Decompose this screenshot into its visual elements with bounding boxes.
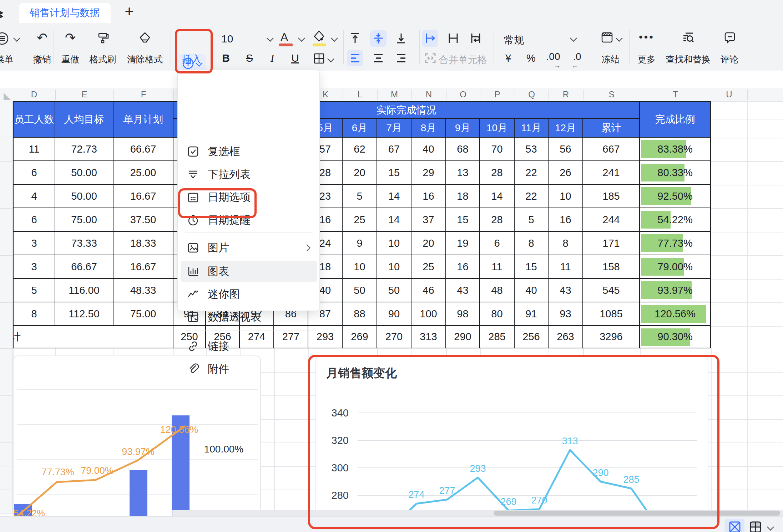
table-cell[interactable]: 171: [583, 232, 640, 255]
table-cell[interactable]: 18: [446, 185, 480, 208]
table-cell[interactable]: 11: [549, 255, 583, 279]
table-cell[interactable]: 72.73: [55, 138, 113, 161]
table-ratio-cell[interactable]: 83.38%: [640, 138, 711, 161]
table-cell[interactable]: 40: [411, 138, 446, 161]
table-cell[interactable]: 37: [411, 208, 446, 232]
table-ratio-cell[interactable]: 77.73%: [640, 232, 711, 255]
table-cell[interactable]: 10: [377, 232, 411, 255]
table-cell[interactable]: 19: [446, 232, 480, 255]
table-cell[interactable]: 6: [13, 208, 55, 232]
table-cell[interactable]: 50: [343, 279, 377, 302]
table-month-header[interactable]: 6月: [343, 119, 377, 138]
table-month-header[interactable]: 8月: [411, 119, 446, 138]
table-cell[interactable]: 26: [549, 161, 583, 185]
menu-item-date-picker[interactable]: 日期选项: [181, 186, 317, 208]
table-cell[interactable]: 18.33: [113, 232, 173, 255]
menu-item-dropdown-list[interactable]: 下拉列表: [181, 164, 317, 185]
table-cell[interactable]: 11: [13, 138, 55, 161]
table-cum-header[interactable]: 累计: [583, 119, 640, 138]
table-month-header[interactable]: 9月: [446, 119, 480, 138]
table-cell[interactable]: 100: [411, 302, 446, 326]
table-cell[interactable]: 22: [515, 185, 549, 208]
table-cell[interactable]: 66.67: [55, 255, 113, 279]
table-cell[interactable]: 20: [343, 161, 377, 185]
table-cell[interactable]: 48.33: [113, 279, 173, 302]
horizontal-scrollbar[interactable]: [172, 510, 783, 516]
combo-chart-card[interactable]: 77.73%79.00%93.97%120.56%54.22%100.00%: [13, 355, 261, 522]
table-cell[interactable]: 6: [480, 232, 515, 255]
table-cell[interactable]: 68: [446, 138, 480, 161]
table-cell[interactable]: 11: [480, 255, 515, 279]
table-cell[interactable]: 185: [583, 185, 640, 208]
table-cell[interactable]: 75.00: [113, 302, 173, 326]
table-cell[interactable]: 6: [13, 161, 55, 185]
table-header[interactable]: 人均目标: [55, 101, 113, 138]
table-cell[interactable]: 43: [549, 279, 583, 302]
table-cell[interactable]: 10: [343, 255, 377, 279]
table-cell[interactable]: 3: [13, 232, 55, 255]
table-cell[interactable]: 48: [480, 279, 515, 302]
table-cell[interactable]: 16: [411, 185, 446, 208]
menu-item-image[interactable]: 图片: [181, 237, 317, 259]
menu-item-pivot-table[interactable]: 数据透视表: [181, 306, 317, 328]
table-month-header[interactable]: 12月: [549, 119, 583, 138]
table-month-header[interactable]: 10月: [480, 119, 515, 138]
grid-view-icon[interactable]: [749, 521, 762, 532]
table-cell[interactable]: 269: [343, 326, 377, 348]
table-cell[interactable]: 50.00: [55, 161, 113, 185]
table-ratio-cell[interactable]: 90.30%: [640, 326, 711, 348]
table-cell[interactable]: 14: [377, 185, 411, 208]
table-cell[interactable]: 66.67: [113, 138, 173, 161]
table-cell[interactable]: 8: [549, 232, 583, 255]
table-cell[interactable]: 37.50: [113, 208, 173, 232]
table-cell[interactable]: 56: [549, 138, 583, 161]
table-cell[interactable]: 16.67: [113, 185, 173, 208]
table-cell[interactable]: 16.67: [113, 255, 173, 279]
table-ratio-cell[interactable]: 79.00%: [640, 255, 711, 279]
table-month-header[interactable]: 11月: [515, 119, 549, 138]
table-ratio-cell[interactable]: 92.50%: [640, 185, 711, 208]
table-cell[interactable]: 3296: [583, 326, 640, 348]
table-cell[interactable]: 270: [377, 326, 411, 348]
table-cell[interactable]: 8: [13, 302, 55, 326]
table-cell[interactable]: 15: [515, 255, 549, 279]
table-cell[interactable]: 50.00: [55, 185, 113, 208]
table-cell[interactable]: 1085: [583, 302, 640, 326]
table-cell[interactable]: 80: [480, 302, 515, 326]
table-cell[interactable]: 25: [411, 255, 446, 279]
menu-item-sparkline[interactable]: 迷你图: [181, 283, 317, 305]
table-cell[interactable]: 9: [343, 232, 377, 255]
table-cell[interactable]: 53: [515, 138, 549, 161]
table-cell[interactable]: 29: [411, 161, 446, 185]
table-cell[interactable]: 15: [446, 208, 480, 232]
line-chart-card[interactable]: 月销售额变化3403203002802742772932692703132902…: [315, 355, 708, 522]
table-cell[interactable]: 62: [343, 138, 377, 161]
table-cell[interactable]: 244: [583, 208, 640, 232]
table-cell[interactable]: 16: [549, 208, 583, 232]
table-cell[interactable]: 46: [411, 279, 446, 302]
table-cell[interactable]: 10: [377, 255, 411, 279]
menu-item-date-reminder[interactable]: 日期提醒: [181, 209, 317, 231]
table-cell[interactable]: 116.00: [55, 279, 113, 302]
table-cell[interactable]: 10: [549, 185, 583, 208]
table-cell[interactable]: 90: [377, 302, 411, 326]
table-cell[interactable]: 313: [411, 326, 446, 348]
menu-item-attachment[interactable]: 附件: [181, 358, 317, 380]
table-cell[interactable]: 28: [480, 161, 515, 185]
table-cell[interactable]: 25: [343, 208, 377, 232]
table-cell[interactable]: 40: [515, 279, 549, 302]
table-cell[interactable]: 67: [377, 138, 411, 161]
table-cell[interactable]: 70: [480, 138, 515, 161]
table-cell[interactable]: 8: [515, 232, 549, 255]
scrollbar-thumb[interactable]: [494, 511, 780, 516]
table-cell[interactable]: 15: [377, 161, 411, 185]
table-ratio-cell[interactable]: 120.56%: [640, 302, 711, 326]
table-header[interactable]: 员工人数: [13, 101, 55, 138]
table-cell[interactable]: 22: [515, 161, 549, 185]
table-ratio-header[interactable]: 完成比例: [640, 101, 711, 138]
table-cell[interactable]: 20: [411, 232, 446, 255]
table-ratio-cell[interactable]: 93.97%: [640, 279, 711, 302]
table-cell[interactable]: 43: [446, 279, 480, 302]
table-cell[interactable]: 50: [377, 279, 411, 302]
table-cell[interactable]: 73.33: [55, 232, 113, 255]
